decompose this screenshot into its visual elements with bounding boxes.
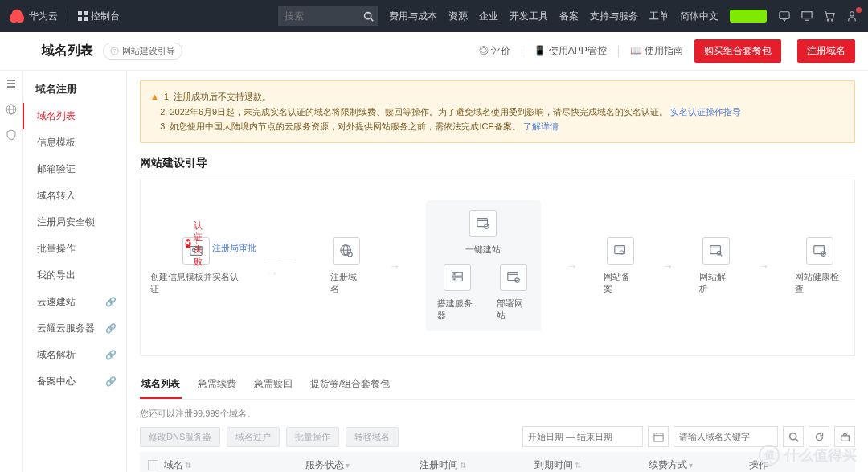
sort-icon[interactable]: ⇅ (185, 461, 191, 470)
sort-icon[interactable]: ⇅ (460, 461, 466, 470)
brand[interactable]: 华为云 (10, 9, 68, 23)
sidebar-item-domain-list[interactable]: 域名列表 (23, 103, 126, 129)
tab-domain-list[interactable]: 域名列表 (140, 371, 182, 399)
sidebar-item-transfer-in[interactable]: 域名转入 (23, 183, 126, 209)
shield-icon[interactable] (5, 129, 18, 142)
app-manage-link[interactable]: 📱 使用APP管控 (534, 44, 606, 58)
menu-icon[interactable] (5, 77, 18, 90)
globe-icon[interactable] (5, 103, 18, 116)
domain-tabs: 域名列表 急需续费 急需赎回 提货券/组合套餐包 (140, 371, 855, 400)
page-header: 域名列表 ? 网站建设引导 ◎ 评价 📱 使用APP管控 📖 使用指南 购买组合… (0, 32, 868, 71)
wizard-pill[interactable]: ? 网站建设引导 (103, 43, 182, 60)
tab-renew-urgent[interactable]: 急需续费 (196, 371, 238, 399)
transfer-owner-button[interactable]: 域名过户 (227, 427, 280, 447)
warning-alert: ▲1. 注册成功后不支持退款。 2. 2022年6月9日起，未完成实名认证的域名… (140, 80, 855, 143)
remaining-note: 您还可以注册99,999个域名。 (140, 408, 855, 420)
modify-dns-button[interactable]: 修改DNS服务器 (140, 427, 220, 447)
register-domain-button[interactable]: 注册域名 (797, 39, 855, 63)
guide-link[interactable]: 📖 使用指南 (630, 44, 683, 58)
sort-icon[interactable]: ⇅ (575, 461, 581, 470)
window-check-icon (500, 264, 527, 291)
evaluate-link[interactable]: ◎ 评价 (479, 44, 510, 58)
svg-point-4 (364, 12, 371, 18)
tab-coupons[interactable]: 提货券/组合套餐包 (309, 371, 391, 399)
col-reg-time[interactable]: 注册时间 (420, 459, 458, 470)
buy-package-button[interactable]: 购买组合套餐包 (694, 39, 781, 63)
alert-link-icp[interactable]: 了解详情 (523, 121, 559, 131)
top-menu-item[interactable]: 开发工具 (510, 10, 548, 23)
transfer-domain-button[interactable]: 转移域名 (346, 427, 399, 447)
filter-icon[interactable]: ▾ (689, 461, 693, 470)
col-status[interactable]: 服务状态 (305, 459, 344, 470)
external-link-icon: 🔗 (105, 323, 117, 334)
chat-icon[interactable] (778, 10, 791, 23)
table-header-row: 域名⇅ 服务状态▾ 注册时间⇅ 到期时间⇅ 续费方式▾ 操作 (140, 452, 855, 472)
wizard-step-quicksite[interactable]: 一键建站 (465, 210, 501, 256)
keyword-input[interactable] (674, 426, 778, 447)
sidebar-item-batch-ops[interactable]: 批量操作 (23, 236, 126, 262)
svg-rect-28 (477, 219, 488, 227)
toolbar-right (522, 426, 855, 447)
wizard-step-deploy[interactable]: 部署网站 (497, 264, 529, 322)
top-menu-item[interactable]: 简体中文 (680, 10, 719, 23)
select-all-checkbox[interactable] (148, 460, 158, 470)
col-domain[interactable]: 域名 (164, 459, 183, 470)
monitor-icon[interactable] (800, 10, 813, 23)
sidebar-item-cloudsite[interactable]: 云速建站🔗 (23, 289, 126, 315)
top-menu-item[interactable]: 工单 (649, 10, 669, 23)
pill-label: 网站建设引导 (122, 45, 175, 57)
alert-link-realname[interactable]: 实名认证操作指导 (670, 107, 741, 117)
filter-icon[interactable]: ▾ (346, 461, 350, 470)
top-icons (778, 10, 858, 23)
wizard-step-health[interactable]: 网站健康检查 (795, 237, 845, 295)
top-menu-item[interactable]: 企业 (479, 10, 498, 23)
wizard-step-resolve[interactable]: 网站解析 (699, 237, 732, 295)
svg-point-9 (827, 19, 829, 21)
alert-line-2: 2. 2022年6月9日起，未完成实名认证的域名将限制续费、赎回等操作。为了避免… (160, 107, 668, 117)
wizard-step-register[interactable]: 注册域名 (330, 237, 363, 295)
sidebar-item-registry-lock[interactable]: 注册局安全锁 (23, 209, 126, 236)
external-link-icon: 🔗 (105, 350, 117, 360)
search-icon-btn[interactable] (783, 426, 804, 447)
top-menu-item[interactable]: 备案 (559, 10, 579, 23)
flow-label: 注册局审批 (212, 242, 256, 254)
tab-redeem-urgent[interactable]: 急需赎回 (252, 371, 294, 399)
wizard-step-server[interactable]: 搭建服务器 (437, 264, 478, 322)
col-exp-time[interactable]: 到期时间 (534, 459, 573, 470)
sidebar-item-dns[interactable]: 域名解析🔗 (23, 342, 126, 368)
calendar-icon[interactable] (648, 426, 669, 447)
sidebar-item-info-template[interactable]: 信息模板 (23, 129, 126, 156)
cart-icon[interactable] (823, 10, 836, 23)
svg-point-10 (832, 19, 833, 21)
top-menu-item[interactable]: 支持与服务 (590, 10, 638, 23)
warning-icon: ▲ (150, 89, 159, 105)
notification-icon[interactable] (845, 10, 858, 23)
top-menu: 费用与成本 资源 企业 开发工具 备案 支持与服务 工单 简体中文 (389, 10, 767, 23)
top-search-input[interactable] (278, 6, 358, 26)
svg-rect-35 (508, 273, 518, 281)
svg-rect-0 (78, 11, 82, 15)
wizard-step-beian[interactable]: 网站备案 (604, 237, 637, 295)
col-renew-mode[interactable]: 续费方式 (649, 459, 687, 470)
step-label: 注册域名 (330, 271, 363, 295)
date-range-input[interactable] (522, 426, 643, 447)
svg-line-5 (370, 18, 372, 20)
server-icon (444, 264, 471, 291)
col-ops: 操作 (749, 459, 768, 470)
svg-line-43 (720, 254, 722, 256)
search-icon[interactable] (358, 6, 378, 26)
svg-rect-2 (78, 17, 82, 21)
sidebar-item-hecs[interactable]: 云耀云服务器🔗 (23, 315, 126, 342)
refresh-icon[interactable] (809, 426, 829, 447)
top-menu-item[interactable]: 资源 (448, 10, 468, 23)
wizard-step-template[interactable]: 认证失败 注册局审批 创建信息模板并实名认证 (150, 237, 241, 295)
batch-op-button[interactable]: 批量操作 (286, 427, 339, 447)
window-search-icon (702, 237, 730, 265)
export-icon[interactable] (834, 426, 855, 447)
arrow-icon: → (662, 260, 674, 273)
console-link[interactable]: 控制台 (78, 10, 120, 23)
sidebar-item-my-export[interactable]: 我的导出 (23, 262, 126, 289)
sidebar-item-email-verify[interactable]: 邮箱验证 (23, 156, 126, 183)
sidebar-item-beian[interactable]: 备案中心🔗 (23, 368, 126, 395)
top-menu-item[interactable]: 费用与成本 (389, 10, 437, 23)
